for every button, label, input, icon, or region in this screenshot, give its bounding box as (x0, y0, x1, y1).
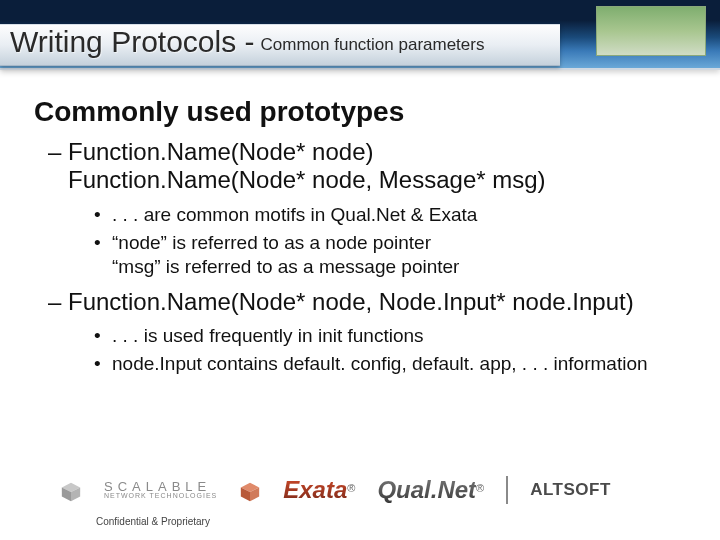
scalable-cube-icon (60, 481, 82, 503)
proto1-note2: •“node” is referred to as a node pointer… (112, 231, 694, 280)
proto1-line1: Function.Name(Node* node) (68, 138, 374, 165)
content-heading: Commonly used prototypes (34, 96, 694, 128)
proto1-line2: Function.Name(Node* node, Message* msg) (68, 166, 546, 193)
proto2-note1: •. . . is used frequently in init functi… (112, 324, 694, 348)
logo-exata: Exata® (283, 476, 355, 504)
title-main: Writing Protocols - (10, 25, 255, 59)
slide-content: Commonly used prototypes –Function.Name(… (0, 70, 720, 377)
proto1-note1: •. . . are common motifs in Qual.Net & E… (112, 203, 694, 227)
confidential-label: Confidential & Proprietary (96, 516, 720, 527)
header-thumbnail (596, 6, 706, 56)
title-sub: Common function parameters (261, 35, 485, 55)
proto-group-1: –Function.Name(Node* node) Function.Name… (68, 138, 694, 195)
logo-qualnet: Qual.Net® (377, 476, 484, 504)
logo-altsoft: ALTSOFT (530, 480, 611, 500)
exata-cube-icon (239, 481, 261, 503)
logo-scalable: SCALABLE NETWORK TECHNOLOGIES (104, 481, 217, 499)
slide-footer: SCALABLE NETWORK TECHNOLOGIES Exata® Qua… (0, 468, 720, 540)
logo-divider (506, 476, 508, 504)
proto2-line1: Function.Name(Node* node, Node.Input* no… (68, 288, 634, 315)
logo-row: SCALABLE NETWORK TECHNOLOGIES Exata® Qua… (60, 468, 720, 512)
proto-group-2: –Function.Name(Node* node, Node.Input* n… (68, 288, 694, 316)
proto2-note2: •node.Input contains default. config, de… (112, 352, 694, 376)
title-bar: Writing Protocols - Common function para… (0, 24, 560, 66)
slide-header: Writing Protocols - Common function para… (0, 0, 720, 70)
